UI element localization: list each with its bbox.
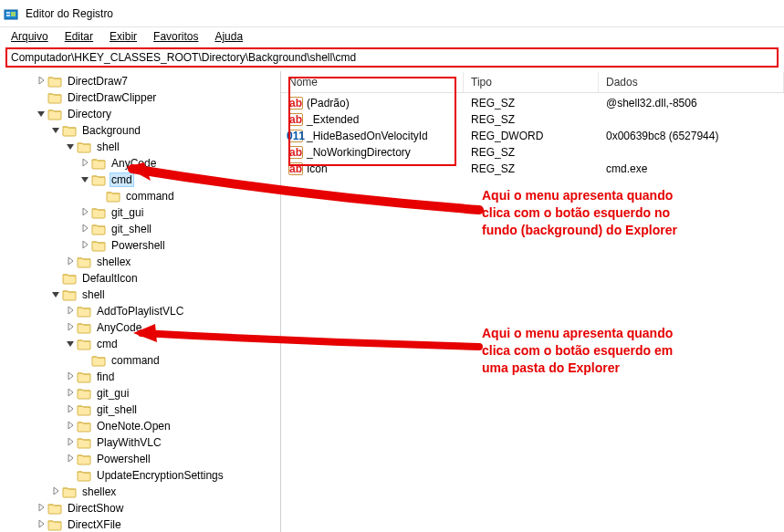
folder-icon (77, 420, 91, 433)
folder-icon (106, 190, 120, 203)
expand-icon[interactable] (64, 323, 77, 333)
expand-icon[interactable] (64, 422, 77, 432)
tree-item-shellex2[interactable]: shellex (0, 484, 280, 500)
tree-item-directshow[interactable]: DirectShow (0, 500, 280, 516)
menu-edit[interactable]: Editar (57, 28, 100, 45)
folder-icon (77, 403, 91, 416)
tree-item-command1[interactable]: ·command (0, 188, 280, 204)
collapse-icon[interactable] (35, 110, 47, 120)
value-row[interactable]: ab(Padrão)REG_SZ@shell32.dll,-8506 (281, 95, 784, 111)
collapse-icon[interactable] (49, 126, 62, 136)
tree-item-label: Powershell (110, 239, 167, 252)
value-data: @shell32.dll,-8506 (599, 97, 784, 110)
folder-icon (91, 239, 106, 252)
collapse-icon[interactable] (78, 175, 91, 185)
expand-icon[interactable] (78, 224, 91, 235)
value-name: _NoWorkingDirectory (307, 146, 411, 159)
tree-item-directdrawclipper[interactable]: ·DirectDrawClipper (0, 89, 280, 106)
tree-item-powershell2[interactable]: Powershell (0, 451, 280, 467)
value-row[interactable]: ab_NoWorkingDirectoryREG_SZ (281, 144, 784, 161)
folder-icon (77, 256, 91, 268)
expand-icon[interactable] (78, 241, 91, 251)
tree-item-cmd2[interactable]: cmd (0, 336, 280, 352)
tree-item-find[interactable]: find (0, 369, 280, 385)
tree-item-playwithvlc[interactable]: PlayWithVLC (0, 434, 280, 451)
collapse-icon[interactable] (64, 142, 77, 152)
tree-item-anycode2[interactable]: AnyCode (0, 319, 280, 336)
expand-icon[interactable] (35, 504, 47, 514)
collapse-icon[interactable] (49, 290, 62, 300)
tree-dot: · (64, 471, 77, 481)
menu-help[interactable]: Ajuda (207, 28, 250, 45)
tree-item-label: AddToPlaylistVLC (95, 305, 185, 318)
menu-favorites[interactable]: Favoritos (146, 28, 205, 45)
tree-item-command2[interactable]: ·command (0, 352, 280, 369)
folder-icon (62, 485, 77, 498)
tree-item-powershell1[interactable]: Powershell (0, 237, 280, 254)
tree-item-shellex1[interactable]: shellex (0, 254, 280, 270)
folder-icon (47, 91, 62, 104)
tree-item-updateencryption[interactable]: ·UpdateEncryptionSettings (0, 467, 280, 484)
tree-item-git_shell1[interactable]: git_shell (0, 221, 280, 237)
tree-item-anycode1[interactable]: AnyCode (0, 155, 280, 172)
tree-item-onenoteopen[interactable]: OneNote.Open (0, 418, 280, 434)
expand-icon[interactable] (78, 159, 91, 169)
folder-icon (77, 321, 91, 334)
col-name[interactable]: Nome (281, 72, 464, 92)
tree-item-directxfile[interactable]: DirectXFile (0, 516, 280, 532)
menu-view[interactable]: Exibir (102, 28, 144, 45)
expand-icon[interactable] (49, 487, 62, 497)
value-row[interactable]: ab_ExtendedREG_SZ (281, 111, 784, 128)
folder-icon (77, 387, 91, 400)
tree-item-directory[interactable]: Directory (0, 106, 280, 122)
expand-icon[interactable] (64, 454, 77, 464)
tree-item-directdraw7[interactable]: DirectDraw7 (0, 73, 280, 89)
list-header[interactable]: Nome Tipo Dados (281, 71, 784, 93)
expand-icon[interactable] (78, 208, 91, 218)
regedit-icon (4, 6, 18, 21)
tree-item-label: git_shell (110, 223, 153, 235)
expand-icon[interactable] (64, 372, 77, 382)
expand-icon[interactable] (64, 405, 77, 415)
menu-file[interactable]: Arquivo (4, 28, 56, 45)
tree-item-background[interactable]: Background (0, 122, 280, 139)
tree-item-git_shell2[interactable]: git_shell (0, 402, 280, 418)
value-row[interactable]: abIconREG_SZcmd.exe (281, 161, 784, 177)
tree-item-defaulticon[interactable]: ·DefaultIcon (0, 270, 280, 287)
tree-panel[interactable]: DirectDraw7·DirectDrawClipperDirectoryBa… (0, 71, 281, 532)
string-value-icon: ab (288, 113, 303, 126)
expand-icon[interactable] (64, 307, 77, 317)
expand-icon[interactable] (64, 389, 77, 399)
expand-icon[interactable] (64, 438, 77, 448)
tree-item-git_gui2[interactable]: git_gui (0, 385, 280, 402)
expand-icon[interactable] (35, 520, 47, 530)
folder-icon (47, 108, 62, 120)
tree-item-shell2[interactable]: shell (0, 287, 280, 303)
tree-item-label: Background (80, 124, 142, 137)
tree-item-label: AnyCode (110, 157, 158, 170)
tree-item-addtoplaylistvlc[interactable]: AddToPlaylistVLC (0, 303, 280, 319)
window-title: Editor do Registro (26, 7, 113, 20)
folder-icon (91, 206, 106, 219)
folder-icon (77, 436, 91, 449)
tree-item-git_gui1[interactable]: git_gui (0, 204, 280, 221)
folder-icon (77, 305, 91, 318)
collapse-icon[interactable] (64, 339, 77, 349)
expand-icon[interactable] (64, 257, 77, 267)
col-type[interactable]: Tipo (464, 72, 599, 92)
tree-item-label: cmd (95, 338, 120, 350)
annotation-text-top: Aqui o menu apresenta quando clica com o… (482, 187, 677, 239)
tree-dot: · (49, 274, 62, 284)
tree-item-bg_shell[interactable]: shell (0, 139, 280, 155)
value-type: REG_SZ (464, 162, 599, 175)
value-row[interactable]: 011_HideBasedOnVelocityIdREG_DWORD0x0063… (281, 128, 784, 144)
tree-item-cmd1[interactable]: cmd (0, 172, 280, 188)
col-data[interactable]: Dados (599, 72, 784, 92)
folder-icon (47, 75, 62, 88)
value-type: REG_SZ (464, 97, 599, 110)
folder-icon (62, 288, 77, 301)
expand-icon[interactable] (35, 77, 47, 87)
address-bar[interactable]: Computador\HKEY_CLASSES_ROOT\Directory\B… (5, 47, 779, 68)
tree-item-label: OneNote.Open (95, 420, 172, 433)
tree-item-label: PlayWithVLC (95, 436, 163, 449)
